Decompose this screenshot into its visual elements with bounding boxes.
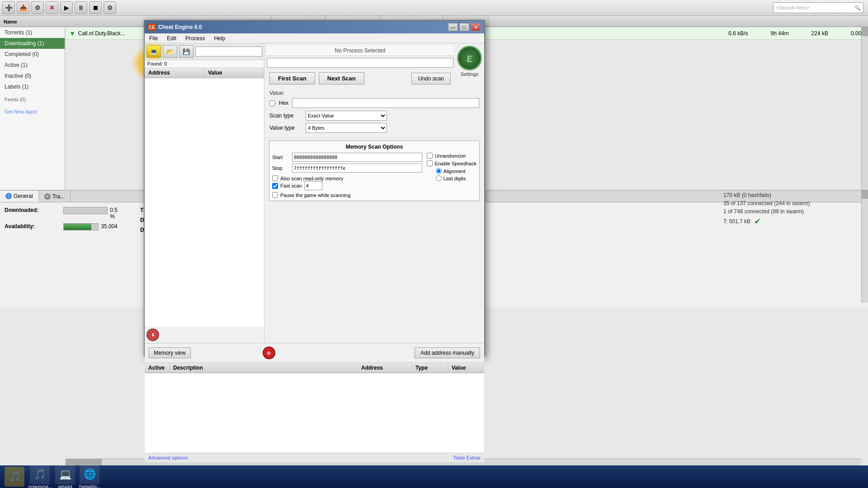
last-digits-label: Last digits: [443, 176, 466, 181]
memory-scan-right: Unrandomizer Enable Speedhack Alignment: [427, 153, 476, 198]
start-input[interactable]: [292, 153, 422, 162]
toolbar-btn-play[interactable]: ▶: [60, 1, 73, 14]
toolbar-btn-pause[interactable]: ⏸: [75, 1, 87, 14]
taskbar-item-1[interactable]: 💻 setup64: [55, 465, 75, 488]
sidebar-item-torrents[interactable]: Torrents (1): [0, 27, 65, 38]
main-scrollbar[interactable]: [861, 27, 868, 190]
advanced-options[interactable]: Advanced options: [148, 455, 188, 460]
settings-label[interactable]: Settings: [461, 71, 479, 77]
value-section: Value: Hex Scan type Exact Value Value t…: [267, 87, 482, 138]
menu-help[interactable]: Help: [209, 34, 230, 42]
sidebar-item-completed[interactable]: Completed (0): [0, 49, 65, 60]
addr-table-body[interactable]: [145, 373, 484, 446]
check-icon: ✔: [754, 216, 761, 226]
taskbar-label-setup: setup64: [58, 484, 72, 488]
fast-scan-checkbox[interactable]: [272, 183, 278, 189]
pause-label: Pause the game while scanning: [280, 192, 350, 198]
found-label: Found: 0: [145, 60, 264, 68]
memory-scan-left: Start Stop Also scan read-only memory: [272, 153, 422, 198]
availability-fill: [64, 224, 91, 230]
search-box[interactable]: <Search Here> 🔍: [773, 2, 863, 13]
value-type-row: Value type 4 Bytes: [269, 123, 479, 133]
toolbar-btn-gear[interactable]: ⚙: [104, 1, 116, 14]
process-select-btn[interactable]: 💻: [146, 45, 161, 58]
torrent-name: Call.of.Duty.Black...: [78, 30, 125, 37]
taskbar-icon-setup[interactable]: 💻: [55, 465, 75, 484]
scan-type-row: Scan type Exact Value: [269, 111, 479, 121]
toolbar-btn-stop[interactable]: ⏹: [89, 1, 102, 14]
taskbar-item-2[interactable]: 🌐 TwistedSc...: [79, 465, 101, 488]
process-open-btn[interactable]: 📂: [163, 45, 177, 58]
sidebar-section-apps[interactable]: Get New Apps!: [0, 107, 65, 117]
process-bar-input-row: [267, 56, 453, 70]
sidebar-section-feeds: Feeds (0): [0, 94, 65, 104]
availability-label: Availability:: [5, 223, 63, 230]
download-arrow-icon: ▼: [69, 30, 75, 37]
toolbar-btn-add[interactable]: ➕: [2, 1, 15, 14]
read-only-checkbox[interactable]: [272, 175, 278, 181]
sidebar: Torrents (1) Downloading (1) Completed (…: [0, 27, 66, 217]
speedhack-checkbox[interactable]: [427, 160, 433, 166]
torrent-uploaded: 224 kB: [811, 30, 828, 37]
pointer-scan-row: ⬇: [145, 327, 264, 343]
alignment-radio[interactable]: [436, 168, 442, 174]
close-button[interactable]: ✕: [471, 23, 481, 31]
unrandomizer-checkbox[interactable]: [427, 153, 433, 159]
add-address-button[interactable]: Add address manually: [415, 347, 480, 358]
toolbar-btn-add2[interactable]: 📥: [17, 1, 29, 14]
process-bar: 💻 📂 💾: [145, 43, 264, 60]
sidebar-item-active[interactable]: Active (1): [0, 60, 65, 70]
sidebar-item-labels[interactable]: Labels (1): [0, 81, 65, 92]
toolbar-btn-settings[interactable]: ⚙: [31, 1, 44, 14]
pause-row: Pause the game while scanning: [272, 192, 422, 198]
table-extras[interactable]: Table Extras: [453, 455, 481, 460]
hex-checkbox[interactable]: [269, 100, 275, 106]
ce-title: CE Cheat Engine 6.0: [148, 23, 202, 31]
stop-input[interactable]: [292, 164, 422, 173]
address-list[interactable]: [145, 78, 264, 327]
maximize-button[interactable]: □: [459, 23, 469, 31]
process-input[interactable]: [195, 47, 262, 56]
memory-view-button[interactable]: Memory view: [149, 347, 191, 358]
process-name-input[interactable]: [267, 58, 453, 68]
at-col-active: Active: [145, 363, 170, 373]
taskbar-icon-0[interactable]: 🎵: [5, 467, 24, 487]
pointer-action-btn[interactable]: ⊗: [263, 347, 275, 359]
ce-titlebar[interactable]: CE Cheat Engine 6.0 — □ ✕: [145, 21, 484, 33]
alignment-radio-row: Alignment: [436, 168, 476, 174]
last-digits-radio[interactable]: [436, 175, 442, 181]
tab-general[interactable]: i General: [0, 191, 39, 202]
downloaded-progress: [63, 207, 108, 214]
general-info: Downloaded: 0.5 % Availability: 35.004: [5, 207, 118, 237]
minimize-button[interactable]: —: [448, 23, 458, 31]
sidebar-item-downloading[interactable]: Downloading (1): [0, 38, 65, 49]
toolbar-btn-remove[interactable]: ✖: [46, 1, 58, 14]
scan-type-label: Scan type: [269, 113, 302, 119]
pause-checkbox[interactable]: [272, 192, 278, 198]
value-input[interactable]: [292, 98, 479, 108]
tab-trackers[interactable]: ✕ Tra...: [39, 191, 71, 202]
pointer-scan-btn[interactable]: ⬇: [146, 328, 159, 341]
alignment-label: Alignment: [443, 169, 466, 174]
scan-type-select[interactable]: Exact Value: [306, 111, 387, 121]
address-table: Active Description Address Type Value: [145, 362, 484, 453]
bottom-scrollbar[interactable]: [861, 190, 868, 303]
fast-scan-row: Fast scan: [272, 181, 422, 190]
value-type-select[interactable]: 4 Bytes: [306, 123, 387, 133]
next-scan-button[interactable]: Next Scan: [319, 72, 364, 84]
taskbar-icon-chrome[interactable]: 🌐: [80, 465, 99, 484]
stat-connected1: 35 of 137 connected (244 in swarm): [723, 200, 863, 206]
col-address: Address: [145, 68, 204, 78]
fast-scan-input[interactable]: [304, 181, 322, 190]
memory-scan-inner: Start Stop Also scan read-only memory: [272, 153, 476, 198]
process-save-btn[interactable]: 💾: [179, 45, 193, 58]
menu-file[interactable]: File: [145, 34, 162, 42]
taskbar-item-0[interactable]: 🎵 AntaresAut...: [28, 465, 52, 488]
menu-process[interactable]: Process: [181, 34, 209, 42]
undo-scan-button[interactable]: Undo scan: [411, 73, 451, 84]
menu-edit[interactable]: Edit: [162, 34, 181, 42]
memory-scan-options: Memory Scan Options Start Stop: [269, 141, 480, 201]
taskbar-icon-antares[interactable]: 🎵: [30, 465, 50, 484]
sidebar-item-inactive[interactable]: Inactive (0): [0, 70, 65, 81]
first-scan-button[interactable]: First Scan: [269, 72, 315, 84]
